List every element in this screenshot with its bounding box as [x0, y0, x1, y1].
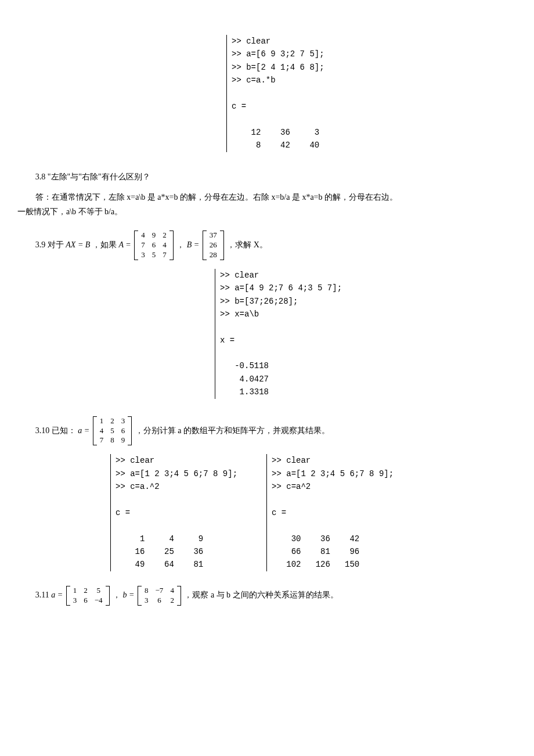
- q310-matrix-a: 123 456 789: [93, 416, 132, 446]
- q311-matrix-a: 125 36−4: [66, 586, 110, 606]
- q39-post: ，求解 X。: [227, 240, 268, 249]
- q310-post: ，分别计算 a 的数组平方和矩阵平方，并观察其结果。: [135, 426, 330, 434]
- code-block-2: >> clear >> a=[4 9 2;7 6 4;3 5 7]; >> b=…: [215, 269, 342, 399]
- q39-pre: 3.9 对于: [35, 240, 64, 249]
- q39-mid1: ，如果: [92, 240, 117, 249]
- q38-title: 3.8 "左除"与"右除"有什么区别？: [17, 170, 517, 184]
- q310-pre: 3.10 已知：: [35, 426, 76, 434]
- q310-a-label: a =: [78, 426, 89, 434]
- q39-matrix-A: 492 764 357: [134, 231, 174, 260]
- code-block-3a: >> clear >> a=[1 2 3;4 5 6;7 8 9]; >> c=…: [110, 454, 237, 571]
- q39-statement: 3.9 对于 AX = B ，如果 A = 492 764 357 ， B = …: [17, 231, 517, 260]
- q311-mid: ，: [113, 591, 121, 599]
- q311-post: ，观察 a 与 b 之间的六种关系运算的结果。: [184, 591, 338, 599]
- q39-matrix-B: 37 26 28: [203, 231, 224, 260]
- q311-matrix-b: 8−74 362: [138, 586, 181, 606]
- q311-a-label: a =: [51, 591, 63, 599]
- q310-code-pair: >> clear >> a=[1 2 3;4 5 6;7 8 9]; >> c=…: [110, 454, 517, 571]
- q311-b-label: b =: [123, 591, 135, 599]
- q39-mid2: ，: [176, 240, 185, 249]
- q38-answer-line1: 答：在通常情况下，左除 x=a\b 是 a*x=b 的解，分母在左边。右除 x=…: [17, 190, 517, 204]
- q311-pre: 3.11: [35, 591, 51, 599]
- q38-answer-line2: 一般情况下，a\b 不等于 b/a。: [17, 204, 517, 219]
- q39-A-label: A =: [118, 240, 131, 249]
- q39-B-label: B =: [187, 240, 200, 249]
- q311-statement: 3.11 a = 125 36−4 ， b = 8−74 362 ，观察 a 与…: [17, 586, 517, 606]
- code-block-1: >> clear >> a=[6 9 3;2 7 5]; >> b=[2 4 1…: [226, 35, 324, 152]
- q310-statement: 3.10 已知： a = 123 456 789 ，分别计算 a 的数组平方和矩…: [17, 416, 517, 446]
- q39-eq: AX = B: [66, 240, 90, 249]
- code-block-3b: >> clear >> a=[1 2 3;4 5 6;7 8 9]; >> c=…: [266, 454, 394, 571]
